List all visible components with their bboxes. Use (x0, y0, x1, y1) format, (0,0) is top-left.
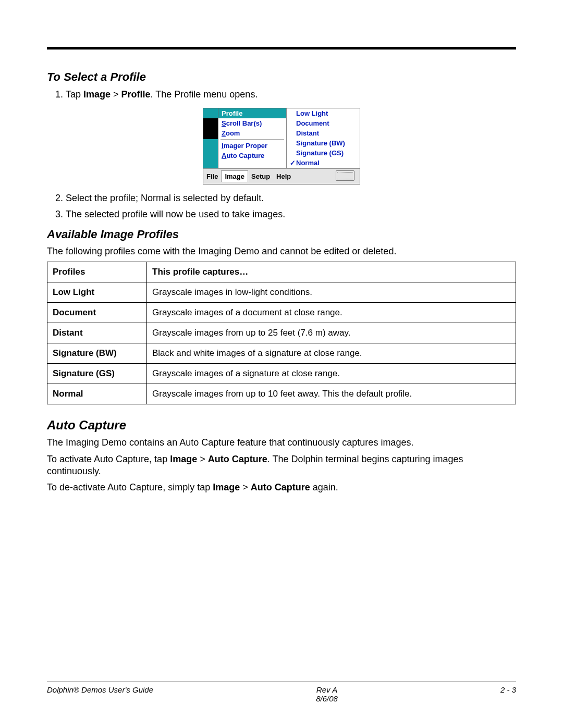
step-3: The selected profile will now be used to… (66, 208, 516, 220)
select-profile-steps-cont: Select the profile; Normal is selected b… (47, 192, 516, 220)
menu-item-imager-properties[interactable]: Imager Proper (218, 141, 286, 151)
step-1: Tap Image > Profile. The Profile menu op… (66, 88, 516, 101)
taskbar-file[interactable]: File (203, 171, 221, 182)
taskbar-setup[interactable]: Setup (248, 171, 273, 182)
taskbar-image[interactable]: Image (221, 170, 248, 182)
left-pane-menu: Profile Scroll Bar(s) Zoom Imager Proper… (218, 108, 287, 168)
device-frame: Profile Scroll Bar(s) Zoom Imager Proper… (203, 108, 360, 184)
profile-menu-screenshot: Profile Scroll Bar(s) Zoom Imager Proper… (47, 108, 516, 184)
profile-signature-bw[interactable]: Signature (BW) (287, 138, 360, 148)
table-row: Signature (BW)Black and white images of … (47, 343, 516, 364)
step1-gt: > (111, 89, 121, 100)
device-taskbar: File Image Setup Help (203, 168, 360, 184)
profile-normal[interactable]: Normal (287, 158, 360, 168)
auto-capture-p3: To de-activate Auto Capture, simply tap … (47, 482, 516, 493)
profile-document[interactable]: Document (287, 118, 360, 128)
top-rule (47, 47, 516, 50)
menu-item-auto-capture[interactable]: Auto Capture (218, 151, 286, 161)
profile-low-light[interactable]: Low Light (287, 108, 360, 118)
profiles-table: Profiles This profile captures… Low Ligh… (47, 262, 516, 404)
menu-item-zoom[interactable]: Zoom (218, 128, 286, 138)
document-page: To Select a Profile Tap Image > Profile.… (0, 0, 563, 728)
footer-center: Rev A 8/6/08 (153, 685, 500, 703)
auto-capture-p2: To activate Auto Capture, tap Image > Au… (47, 453, 516, 478)
step1-bold2: Profile (121, 89, 151, 100)
table-row: DistantGrayscale images from up to 25 fe… (47, 323, 516, 343)
table-row: Signature (GS)Grayscale images of a sign… (47, 364, 516, 384)
taskbar-help[interactable]: Help (273, 171, 294, 182)
step1-text: Tap (66, 89, 83, 100)
right-pane-menu: Low Light Document Distant Signature (BW… (287, 108, 360, 168)
heading-select-profile: To Select a Profile (47, 70, 516, 84)
profile-distant[interactable]: Distant (287, 128, 360, 138)
heading-auto-capture: Auto Capture (47, 418, 516, 433)
keyboard-icon[interactable] (333, 169, 360, 184)
profile-signature-gs[interactable]: Signature (GS) (287, 148, 360, 158)
footer-page-number: 2 - 3 (500, 685, 516, 703)
th-captures: This profile captures… (147, 262, 516, 282)
table-row: NormalGrayscale images from up to 10 fee… (47, 384, 516, 404)
step-2: Select the profile; Normal is selected b… (66, 192, 516, 204)
select-profile-steps: Tap Image > Profile. The Profile menu op… (47, 88, 516, 101)
table-row: DocumentGrayscale images of a document a… (47, 303, 516, 323)
table-header-row: Profiles This profile captures… (47, 262, 516, 282)
menu-item-scrollbars[interactable]: Scroll Bar(s) (218, 118, 286, 128)
page-footer: Dolphin® Demos User's Guide Rev A 8/6/08… (47, 682, 516, 703)
th-profiles: Profiles (47, 262, 147, 282)
table-row: Low LightGrayscale images in low-light c… (47, 282, 516, 303)
auto-capture-p1: The Imaging Demo contains an Auto Captur… (47, 437, 516, 449)
device-stripe (203, 108, 218, 168)
footer-left: Dolphin® Demos User's Guide (47, 685, 153, 703)
heading-available-profiles: Available Image Profiles (47, 228, 516, 241)
menu-header-profile[interactable]: Profile (218, 108, 286, 118)
step1-post: . The Profile menu opens. (151, 89, 258, 100)
step1-bold1: Image (83, 89, 111, 100)
available-profiles-intro: The following profiles come with the Ima… (47, 245, 516, 257)
